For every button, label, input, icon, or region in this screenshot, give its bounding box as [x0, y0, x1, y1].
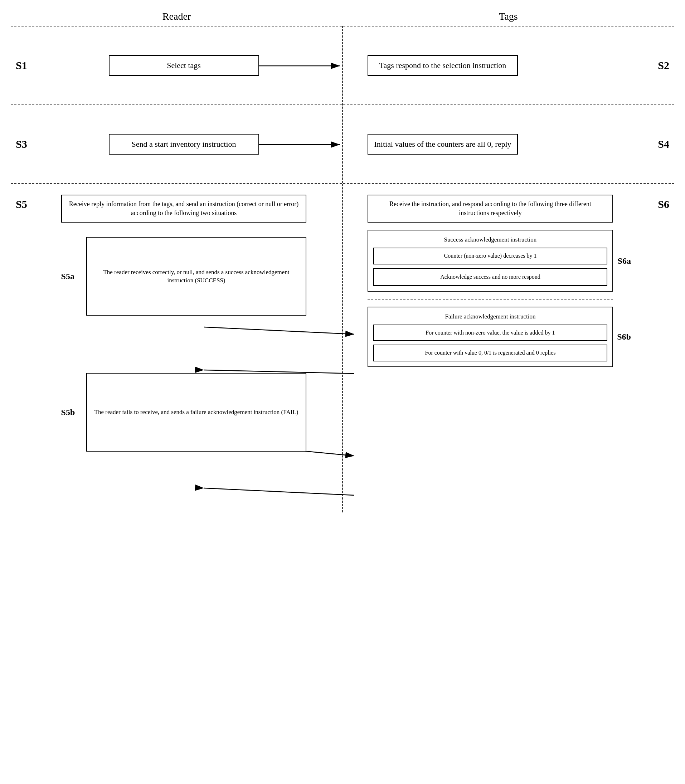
diagram: Reader Tags S1 Select tags Tags respond …	[0, 0, 685, 784]
label-s6b: S6b	[617, 332, 631, 342]
main-grid: S1 Select tags Tags respond to the selec…	[11, 26, 674, 512]
box-select-tags: Select tags	[109, 55, 259, 76]
label-s3: S3	[16, 138, 27, 150]
s6a-success-label: Success acknowledgement instruction	[373, 235, 607, 244]
box-send-inventory: Send a start inventory instruction	[109, 134, 259, 155]
s6b-failure-label: Failure acknowledgement instruction	[373, 312, 607, 321]
column-headers: Reader Tags	[11, 11, 674, 22]
box-initial-values: Initial values of the counters are all 0…	[368, 134, 518, 155]
svg-line-11	[204, 488, 354, 495]
box-counter-nonzero-add: For counter with non-zero value, the val…	[373, 325, 607, 341]
box-s5b: The reader fails to receive, and sends a…	[86, 373, 307, 451]
label-s5a: S5a	[61, 272, 83, 281]
box-receive-reply: Receive reply information from the tags,…	[61, 195, 307, 222]
label-s5: S5	[16, 198, 27, 210]
center-dashed-line	[342, 26, 343, 512]
label-s2: S2	[658, 59, 669, 71]
tags-header: Tags	[342, 11, 674, 22]
box-receive-instruction: Receive the instruction, and respond acc…	[368, 195, 613, 222]
box-counter-nonzero: Counter (non-zero value) decreases by 1	[373, 248, 607, 264]
right-col-s6: S6 Receive the instruction, and respond …	[342, 184, 674, 374]
box-counter-zero: For counter with value 0, 0/1 is regener…	[373, 344, 607, 361]
box-s6b-outer: Failure acknowledgement instruction For …	[368, 307, 613, 367]
box-tags-respond: Tags respond to the selection instructio…	[368, 55, 518, 76]
left-col-s5: Receive reply information from the tags,…	[11, 184, 342, 459]
label-s1: S1	[16, 59, 27, 71]
box-ack-no-more: Acknowledge success and no more respond	[373, 268, 607, 286]
label-s4: S4	[658, 138, 669, 150]
reader-header: Reader	[11, 11, 342, 22]
label-s6: S6	[658, 198, 669, 210]
box-s6a-outer: Success acknowledgement instruction Coun…	[368, 230, 613, 292]
label-s5b: S5b	[61, 407, 83, 417]
box-s5a: The reader receives correctly, or null, …	[86, 237, 307, 316]
label-s6a: S6a	[618, 256, 631, 266]
